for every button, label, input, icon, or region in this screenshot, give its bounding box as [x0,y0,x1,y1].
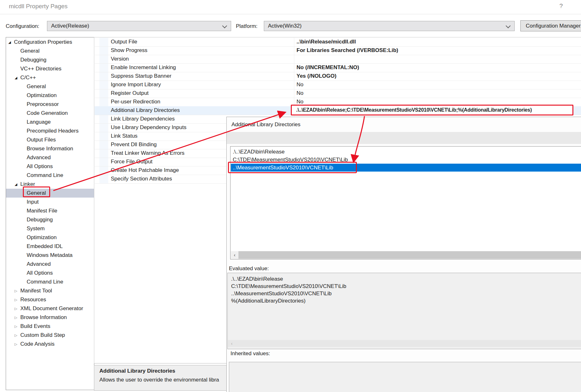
tree-item-label: C/C++ [20,73,36,82]
tree-item-label: Advanced [27,153,51,162]
property-value[interactable]: No [297,89,304,97]
property-value[interactable]: No (/INCREMENTAL:NO) [297,63,359,72]
tree-item-label: Language [27,118,51,127]
expanded-triangle-icon[interactable]: ◢ [15,73,17,82]
tree-item-label: Preprocessor [27,100,59,109]
directory-list-item[interactable]: .\..\EZAD\bin\Release [231,148,581,156]
tree-item-output-files[interactable]: Output Files [6,135,94,144]
tree-item-advanced[interactable]: Advanced [6,260,94,269]
tree-item-vc-directories[interactable]: VC++ Directories [6,64,94,73]
collapsed-triangle-icon[interactable]: ▷ [15,322,17,331]
tree-item-xml-document-generator[interactable]: ▷XML Document Generator [6,304,94,313]
property-value[interactable]: ..\bin\Release/micdll.dll [297,38,356,46]
collapsed-triangle-icon[interactable]: ▷ [15,313,17,322]
tree-item-precompiled-headers[interactable]: Precompiled Headers [6,127,94,135]
tree-item-manifest-file[interactable]: Manifest File [6,206,94,215]
property-name: Prevent Dll Binding [111,140,157,149]
collapsed-triangle-icon[interactable]: ▷ [15,340,17,349]
tree-item-all-options[interactable]: All Options [6,269,94,278]
tree-item-resources[interactable]: ▷Resources [6,295,94,304]
expanded-triangle-icon[interactable]: ◢ [8,38,11,47]
popup-title: Additional Library Directories [231,121,300,128]
tree-item-debugging[interactable]: Debugging [6,56,94,64]
tree-item-configuration-properties[interactable]: ◢Configuration Properties [6,38,94,47]
collapsed-triangle-icon[interactable]: ▷ [15,331,17,340]
property-row-suppress-startup-banner[interactable]: Suppress Startup BannerYes (/NOLOGO) [95,72,581,81]
tree-item-code-analysis[interactable]: ▷Code Analysis [6,340,94,349]
property-value[interactable]: For Libraries Searched (/VERBOSE:Lib) [297,46,398,55]
tree-item-embedded-idl[interactable]: Embedded IDL [6,242,94,251]
window-title: micdll Property Pages [9,3,68,10]
description-text: Allows the user to override the environm… [99,377,219,383]
tree-item-optimization[interactable]: Optimization [6,91,94,100]
inherited-values-box [229,362,581,392]
property-row-ignore-import-library[interactable]: Ignore Import LibraryNo [95,81,581,89]
property-name: Ignore Import Library [111,81,161,89]
tree-item-debugging[interactable]: Debugging [6,215,94,224]
property-value[interactable]: Yes (/NOLOGO) [297,72,337,80]
help-icon[interactable]: ? [559,3,563,10]
tree-item-label: Embedded IDL [27,242,63,251]
property-name: Register Output [111,89,149,97]
tree-item-command-line[interactable]: Command Line [6,171,94,180]
scroll-left-icon[interactable]: ‹ [231,251,238,259]
evaluated-horizontal-scrollbar[interactable]: ‹ [228,340,581,347]
platform-value: Active(Win32) [268,23,302,29]
property-row-enable-incremental-linking[interactable]: Enable Incremental LinkingNo (/INCREMENT… [95,63,581,72]
tree-item-browse-information[interactable]: Browse Information [6,144,94,153]
tree-item-label: Browse Information [27,144,73,153]
tree-item-label: Code Analysis [20,340,55,349]
tree-item-advanced[interactable]: Advanced [6,153,94,162]
tree-item-label: Precompiled Headers [27,127,78,135]
collapsed-triangle-icon[interactable]: ▷ [15,304,17,313]
tree-item-label: Configuration Properties [14,38,72,47]
platform-label: Platform: [236,23,257,29]
tree-item-all-options[interactable]: All Options [6,162,94,171]
tree-item-label: XML Document Generator [20,304,83,313]
tree-item-build-events[interactable]: ▷Build Events [6,322,94,331]
tree-item-label: System [27,224,45,233]
platform-dropdown[interactable]: Active(Win32) [264,21,515,31]
scrollbar-thumb[interactable] [238,251,581,259]
property-value[interactable]: No [297,81,304,89]
tree-item-optimization[interactable]: Optimization [6,233,94,242]
tree-item-code-generation[interactable]: Code Generation [6,109,94,118]
chevron-down-icon [222,23,227,29]
tree-item-label: Output Files [27,135,56,144]
property-name: Specify Section Attributes [111,175,172,183]
tree-item-input[interactable]: Input [6,198,94,206]
tree-item-label: Optimization [27,233,57,242]
tree-item-general[interactable]: General [6,47,94,56]
tree-item-windows-metadata[interactable]: Windows Metadata [6,251,94,260]
tree-item-custom-build-step[interactable]: ▷Custom Build Step [6,331,94,340]
tree-item-label: Debugging [20,56,46,64]
property-row-output-file[interactable]: Output File..\bin\Release/micdll.dll [95,38,581,47]
expanded-triangle-icon[interactable]: ◢ [15,180,17,189]
tree-item-system[interactable]: System [6,224,94,233]
tree-item-label: VC++ Directories [20,64,61,73]
property-row-show-progress[interactable]: Show ProgressFor Libraries Searched (/VE… [95,46,581,55]
tree-item-label: Optimization [27,91,57,100]
listbox-horizontal-scrollbar[interactable]: ‹ [231,251,581,259]
property-row-version[interactable]: Version [95,55,581,64]
collapsed-triangle-icon[interactable]: ▷ [15,295,17,304]
tree-item-browse-information[interactable]: ▷Browse Information [6,313,94,322]
tree-item-label: Windows Metadata [27,251,73,260]
tree-item-general[interactable]: General [6,82,94,91]
property-name: Use Library Dependency Inputs [111,123,186,132]
description-title: Additional Library Directories [99,368,175,374]
configuration-dropdown[interactable]: Active(Release) [47,21,231,31]
annotation-box-list-item [228,162,357,173]
tree-item-command-line[interactable]: Command Line [6,278,94,286]
tree-item-label: Command Line [27,278,63,286]
tree-item-preprocessor[interactable]: Preprocessor [6,100,94,109]
configuration-manager-button[interactable]: Configuration Manager... [520,20,581,31]
tree-item-c-c-[interactable]: ◢C/C++ [6,73,94,82]
property-row-register-output[interactable]: Register OutputNo [95,89,581,98]
tree-item-manifest-tool[interactable]: ▷Manifest Tool [6,286,94,295]
collapsed-triangle-icon[interactable]: ▷ [15,286,17,295]
tree-item-language[interactable]: Language [6,118,94,127]
additional-library-directories-value[interactable]: .\..\EZAD\bin\Release;C:\TDE\Measurement… [292,106,572,114]
tree-item-label: Code Generation [27,109,68,118]
scroll-left-icon[interactable]: ‹ [228,340,236,348]
